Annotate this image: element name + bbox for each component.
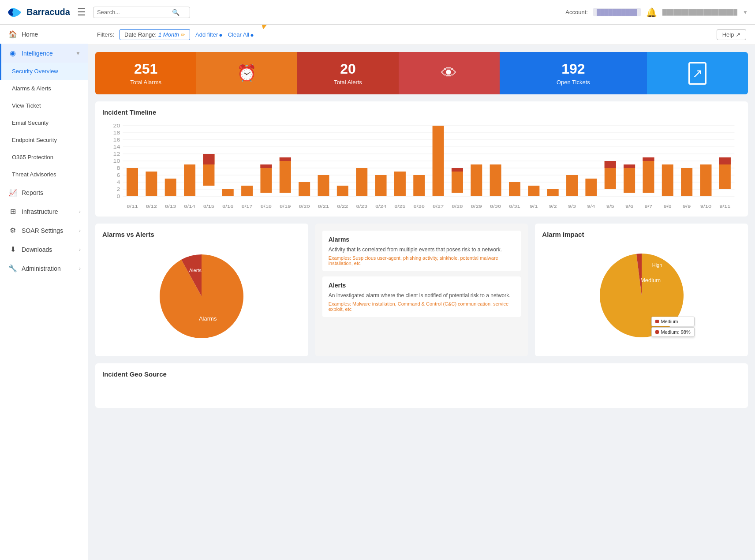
svg-rect-50 bbox=[356, 168, 367, 196]
clear-all-dot: ● bbox=[250, 31, 254, 38]
alarms-vs-alerts-panel: Alarms vs Alerts AlarmsAlerts bbox=[95, 224, 308, 356]
svg-text:9/10: 9/10 bbox=[700, 204, 711, 209]
sidebar-item-administration[interactable]: 🔧 Administration › bbox=[0, 259, 88, 278]
svg-text:8/11: 8/11 bbox=[127, 204, 138, 209]
svg-text:8/24: 8/24 bbox=[375, 204, 386, 209]
open-tickets-value: 192 bbox=[561, 61, 585, 77]
svg-text:12: 12 bbox=[113, 152, 120, 157]
svg-text:9/7: 9/7 bbox=[644, 204, 652, 209]
svg-rect-54 bbox=[394, 172, 406, 196]
sidebar-label-threat-advisories: Threat Advisories bbox=[12, 171, 56, 178]
svg-text:9/9: 9/9 bbox=[683, 204, 691, 209]
sidebar-item-endpoint-security[interactable]: Endpoint Security bbox=[0, 131, 88, 149]
downloads-icon: ⬇ bbox=[8, 245, 17, 254]
tooltip-label: Medium bbox=[661, 319, 678, 324]
svg-rect-36 bbox=[241, 186, 253, 196]
bell-icon[interactable]: 🔔 bbox=[646, 7, 657, 18]
help-button[interactable]: Help ↗ bbox=[717, 29, 746, 40]
date-range-label: Date Range: bbox=[124, 31, 157, 38]
svg-text:8/18: 8/18 bbox=[261, 204, 272, 209]
hamburger-menu[interactable]: ☰ bbox=[77, 7, 86, 18]
svg-rect-78 bbox=[605, 161, 616, 168]
barracuda-logo-icon bbox=[7, 6, 23, 19]
pie-container: AlarmsAlerts bbox=[102, 243, 301, 349]
svg-rect-46 bbox=[318, 175, 329, 196]
top-nav: Barracuda ☰ 🔍 Account: ██████████ 🔔 ████… bbox=[0, 0, 755, 25]
svg-text:2: 2 bbox=[116, 187, 120, 192]
total-alarms-card[interactable]: 251 Total Alarms bbox=[95, 52, 196, 94]
user-dropdown-icon[interactable]: ▼ bbox=[743, 9, 748, 15]
search-bar[interactable]: 🔍 bbox=[93, 7, 190, 18]
add-filter-dot: ● bbox=[219, 31, 222, 38]
svg-text:8/22: 8/22 bbox=[337, 204, 348, 209]
add-filter-label: Add filter bbox=[195, 31, 218, 38]
svg-rect-81 bbox=[624, 164, 635, 168]
search-icon: 🔍 bbox=[172, 9, 179, 16]
add-filter-button[interactable]: Add filter ● bbox=[195, 31, 223, 38]
svg-rect-61 bbox=[452, 168, 463, 172]
open-tickets-label: Open Tickets bbox=[557, 79, 590, 86]
svg-rect-41 bbox=[280, 157, 291, 193]
svg-rect-90 bbox=[700, 164, 711, 196]
alarms-icon-card[interactable]: ⏰ bbox=[196, 52, 297, 94]
svg-rect-44 bbox=[299, 182, 310, 196]
total-alarms-label: Total Alarms bbox=[130, 79, 161, 86]
svg-rect-67 bbox=[509, 182, 520, 196]
svg-rect-83 bbox=[643, 157, 654, 193]
sidebar-item-alarms-alerts[interactable]: Alarms & Alerts bbox=[0, 80, 88, 97]
alerts-info-text: An investigated alarm where the client i… bbox=[329, 291, 515, 299]
svg-text:8: 8 bbox=[116, 166, 120, 171]
svg-text:16: 16 bbox=[113, 138, 120, 142]
filter-bar: Filters: Date Range: 1 Month ✏ Add filte… bbox=[88, 25, 755, 45]
geo-source-title: Incident Geo Source bbox=[102, 370, 741, 378]
svg-text:8/17: 8/17 bbox=[241, 204, 252, 209]
bar-chart-container: 024681012141618208/118/128/138/148/158/1… bbox=[102, 121, 741, 209]
sidebar-item-home[interactable]: 🏠 Home bbox=[0, 25, 88, 44]
alerts-info-title: Alerts bbox=[329, 282, 515, 289]
svg-rect-48 bbox=[337, 186, 348, 196]
svg-rect-60 bbox=[452, 168, 463, 193]
svg-text:9/6: 9/6 bbox=[625, 204, 633, 209]
svg-text:8/23: 8/23 bbox=[356, 204, 367, 209]
sidebar-item-intelligence[interactable]: ◉ Intelligence ▼ bbox=[0, 44, 88, 63]
search-input[interactable] bbox=[97, 9, 172, 15]
alerts-info-examples: Examples: Malware installation, Command … bbox=[329, 301, 515, 312]
total-alarms-value: 251 bbox=[134, 61, 157, 77]
tickets-icon-card[interactable]: ↗ bbox=[647, 52, 748, 94]
sidebar-label-security-overview: Security Overview bbox=[12, 68, 58, 75]
infrastructure-icon: ⊞ bbox=[8, 207, 17, 216]
svg-text:9/2: 9/2 bbox=[549, 204, 557, 209]
alarm-impact-title: Alarm Impact bbox=[542, 231, 741, 238]
external-link-icon: ↗ bbox=[688, 62, 706, 85]
svg-rect-71 bbox=[547, 189, 559, 196]
clear-all-button[interactable]: Clear All ● bbox=[228, 31, 254, 38]
svg-text:9/3: 9/3 bbox=[568, 204, 576, 209]
impact-pie-container: MediumHigh Medium Medium: 98% bbox=[542, 243, 741, 349]
sidebar-item-threat-advisories[interactable]: Threat Advisories bbox=[0, 166, 88, 183]
sidebar-item-security-overview[interactable]: Security Overview bbox=[0, 63, 88, 80]
alarms-info-text: Activity that is correlated from multipl… bbox=[329, 246, 515, 254]
alerts-icon-card[interactable]: 👁 bbox=[399, 52, 500, 94]
eye-icon: 👁 bbox=[441, 64, 457, 82]
svg-text:8/28: 8/28 bbox=[452, 204, 463, 209]
total-alerts-card[interactable]: 20 Total Alerts bbox=[297, 52, 398, 94]
sidebar-item-view-ticket[interactable]: View Ticket bbox=[0, 97, 88, 114]
chevron-right-icon: › bbox=[79, 209, 81, 215]
date-range-filter[interactable]: Date Range: 1 Month ✏ bbox=[120, 29, 190, 40]
svg-text:8/12: 8/12 bbox=[146, 204, 157, 209]
sidebar-item-reports[interactable]: 📈 Reports bbox=[0, 183, 88, 202]
alarm-clock-icon: ⏰ bbox=[237, 64, 257, 82]
svg-rect-29 bbox=[184, 164, 195, 196]
sidebar-label-administration: Administration bbox=[22, 265, 61, 272]
sidebar-item-o365-protection[interactable]: O365 Protection bbox=[0, 149, 88, 166]
sidebar-item-infrastructure[interactable]: ⊞ Infrastructure › bbox=[0, 202, 88, 221]
chevron-down-icon: ▼ bbox=[75, 50, 81, 56]
sidebar-item-soar-settings[interactable]: ⚙ SOAR Settings › bbox=[0, 221, 88, 240]
svg-rect-75 bbox=[585, 179, 597, 196]
sidebar-label-email-security: Email Security bbox=[12, 119, 49, 126]
svg-text:9/4: 9/4 bbox=[587, 204, 595, 209]
sidebar-item-email-security[interactable]: Email Security bbox=[0, 114, 88, 131]
open-tickets-card[interactable]: 192 Open Tickets bbox=[500, 52, 647, 94]
sidebar-item-downloads[interactable]: ⬇ Downloads › bbox=[0, 240, 88, 259]
sidebar-label-view-ticket: View Ticket bbox=[12, 102, 41, 109]
